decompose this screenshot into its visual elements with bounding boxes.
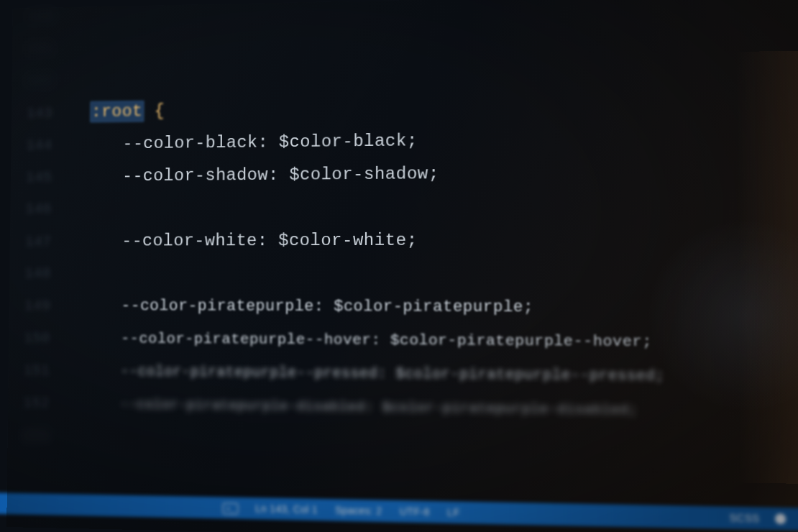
custom-prop-prefix: -- — [121, 231, 142, 251]
value-token: $color-white — [278, 231, 406, 250]
line-number: 143 — [12, 97, 90, 130]
code-line[interactable]: 146 — [10, 188, 798, 225]
code-content: --color-shadow: $color-shadow; — [89, 157, 439, 193]
brace-token: { — [155, 101, 165, 121]
line-number: 141 — [12, 32, 91, 65]
punctuation-token: : — [257, 231, 279, 250]
semicolon-token: ; — [642, 333, 652, 350]
property-token: color-piratepurple--pressed — [138, 363, 377, 382]
semicolon-token: ; — [407, 231, 418, 250]
property-token: color-piratepurple--hover — [139, 331, 371, 349]
property-token: color-piratepurple — [140, 297, 314, 316]
value-token: $color-piratepurple-disabled — [382, 399, 629, 418]
property-token: color-white — [142, 231, 257, 250]
semicolon-token: ; — [655, 367, 664, 385]
code-line[interactable]: 145--color-shadow: $color-shadow; — [11, 155, 798, 193]
punctuation-token: : — [371, 331, 390, 348]
line-number: 140 — [12, 0, 91, 34]
terminal-icon[interactable]: >_ — [223, 501, 239, 515]
semicolon-token: ; — [628, 402, 638, 418]
code-line[interactable]: 148 — [9, 257, 798, 292]
value-token: $color-piratepurple--pressed — [395, 365, 655, 385]
punctuation-token: : — [377, 365, 395, 382]
status-spaces[interactable]: Spaces: 2 — [335, 504, 382, 517]
punctuation-token: : — [268, 165, 290, 185]
status-encoding[interactable]: UTF-8 — [400, 505, 430, 518]
semicolon-token: ; — [523, 298, 533, 317]
value-token: $color-shadow — [289, 164, 428, 184]
code-content: --color-piratepurple--pressed: $color-pi… — [87, 355, 664, 393]
line-number: 148 — [9, 257, 88, 290]
line-number: 146 — [10, 193, 89, 225]
value-token: $color-black — [279, 131, 407, 152]
line-number: 142 — [12, 64, 90, 97]
status-eol[interactable]: LF — [447, 506, 459, 518]
code-content: --color-piratepurple: $color-piratepurpl… — [88, 290, 533, 324]
custom-prop-prefix: -- — [121, 297, 140, 315]
custom-prop-prefix: -- — [120, 397, 137, 413]
custom-prop-prefix: -- — [122, 166, 143, 185]
code-line[interactable]: 149--color-piratepurple: $color-piratepu… — [9, 290, 798, 326]
custom-prop-prefix: -- — [122, 134, 143, 153]
selector-token: :root — [90, 101, 144, 123]
line-number: 149 — [9, 290, 88, 322]
status-language[interactable]: SCSS — [729, 512, 759, 525]
punctuation-token: : — [314, 298, 334, 316]
code-line[interactable]: 147--color-white: $color-white; — [10, 223, 798, 258]
semicolon-token: ; — [407, 131, 418, 150]
custom-prop-prefix: -- — [121, 331, 139, 347]
code-content: :root { — [90, 95, 165, 128]
line-number: 153 — [7, 419, 86, 453]
punctuation-token: : — [365, 399, 382, 416]
status-bar: >_ Ln 143, Col 1 Spaces: 2 UTF-8 LF SCSS — [0, 492, 798, 531]
code-content: --color-black: $color-black; — [89, 124, 417, 160]
bell-icon[interactable] — [775, 513, 786, 524]
property-token: color-piratepurple-disabled — [137, 397, 364, 416]
line-number: 144 — [11, 129, 90, 162]
status-position[interactable]: Ln 143, Col 1 — [255, 503, 318, 515]
code-editor[interactable]: 140141142143:root {144--color-black: $co… — [7, 0, 798, 492]
punctuation-token: : — [258, 132, 279, 152]
code-content — [86, 421, 120, 454]
semicolon-token: ; — [428, 164, 439, 183]
code-content: --color-piratepurple--hover: $color-pira… — [88, 323, 652, 359]
code-content: --color-white: $color-white; — [88, 224, 418, 258]
line-number: 147 — [10, 226, 89, 258]
line-number: 145 — [11, 161, 90, 194]
custom-prop-prefix: -- — [121, 363, 138, 380]
property-token: color-black — [143, 133, 258, 153]
line-number: 150 — [9, 322, 88, 355]
value-token: $color-piratepurple — [334, 298, 523, 316]
value-token: $color-piratepurple--hover — [390, 332, 642, 351]
line-number: 151 — [9, 354, 88, 387]
property-token: color-shadow — [143, 165, 268, 185]
line-number: 152 — [8, 387, 87, 421]
